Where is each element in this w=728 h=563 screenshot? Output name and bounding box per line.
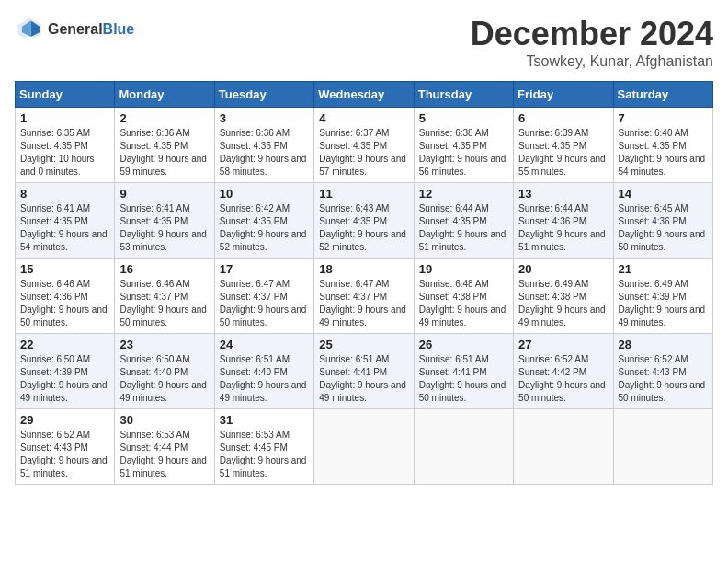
sunset-label: Sunset: 4:39 PM bbox=[20, 367, 88, 377]
calendar-day-header: Saturday bbox=[613, 82, 712, 108]
calendar-cell: 2 Sunrise: 6:36 AM Sunset: 4:35 PM Dayli… bbox=[115, 108, 214, 183]
day-number: 23 bbox=[119, 338, 209, 351]
calendar-body: 1 Sunrise: 6:35 AM Sunset: 4:35 PM Dayli… bbox=[16, 108, 713, 485]
sunrise-label: Sunrise: 6:50 AM bbox=[20, 354, 90, 364]
sunset-label: Sunset: 4:35 PM bbox=[220, 216, 288, 226]
sunrise-label: Sunrise: 6:46 AM bbox=[119, 279, 189, 289]
daylight-label: Daylight: 9 hours and 54 minutes. bbox=[20, 229, 108, 252]
day-info: Sunrise: 6:49 AM Sunset: 4:39 PM Dayligh… bbox=[619, 278, 708, 329]
day-number: 28 bbox=[619, 338, 708, 351]
day-info: Sunrise: 6:52 AM Sunset: 4:43 PM Dayligh… bbox=[619, 353, 708, 405]
day-number: 10 bbox=[220, 187, 309, 201]
calendar-cell: 13 Sunrise: 6:44 AM Sunset: 4:36 PM Dayl… bbox=[514, 183, 613, 259]
logo-text: GeneralBlue bbox=[48, 21, 134, 38]
sunrise-label: Sunrise: 6:53 AM bbox=[119, 430, 189, 440]
daylight-label: Daylight: 9 hours and 54 minutes. bbox=[619, 154, 706, 177]
calendar-cell: 5 Sunrise: 6:38 AM Sunset: 4:35 PM Dayli… bbox=[414, 108, 513, 183]
sunrise-label: Sunrise: 6:39 AM bbox=[518, 128, 588, 138]
month-title: December 2024 bbox=[471, 15, 713, 53]
sunrise-label: Sunrise: 6:46 AM bbox=[20, 279, 90, 289]
daylight-label: Daylight: 9 hours and 50 minutes. bbox=[518, 380, 606, 403]
day-number: 22 bbox=[20, 338, 109, 351]
sunrise-label: Sunrise: 6:43 AM bbox=[319, 203, 389, 213]
calendar-week-row: 15 Sunrise: 6:46 AM Sunset: 4:36 PM Dayl… bbox=[16, 259, 713, 334]
day-number: 18 bbox=[319, 262, 408, 276]
sunrise-label: Sunrise: 6:36 AM bbox=[119, 128, 189, 138]
daylight-label: Daylight: 9 hours and 50 minutes. bbox=[419, 380, 506, 403]
daylight-label: Daylight: 9 hours and 57 minutes. bbox=[319, 154, 406, 177]
calendar-cell: 7 Sunrise: 6:40 AM Sunset: 4:35 PM Dayli… bbox=[613, 108, 712, 183]
sunset-label: Sunset: 4:45 PM bbox=[220, 442, 288, 453]
day-info: Sunrise: 6:51 AM Sunset: 4:40 PM Dayligh… bbox=[220, 353, 309, 405]
calendar-day-header: Tuesday bbox=[214, 82, 313, 108]
daylight-label: Daylight: 9 hours and 51 minutes. bbox=[119, 455, 207, 478]
day-info: Sunrise: 6:44 AM Sunset: 4:36 PM Dayligh… bbox=[518, 202, 608, 254]
sunset-label: Sunset: 4:36 PM bbox=[619, 216, 687, 226]
sunrise-label: Sunrise: 6:45 AM bbox=[619, 203, 688, 213]
daylight-label: Daylight: 9 hours and 50 minutes. bbox=[619, 229, 706, 252]
calendar-cell bbox=[414, 409, 513, 485]
day-info: Sunrise: 6:50 AM Sunset: 4:40 PM Dayligh… bbox=[119, 353, 209, 405]
sunset-label: Sunset: 4:35 PM bbox=[119, 141, 188, 151]
calendar-cell: 18 Sunrise: 6:47 AM Sunset: 4:37 PM Dayl… bbox=[314, 259, 414, 334]
daylight-label: Daylight: 9 hours and 50 minutes. bbox=[119, 304, 207, 327]
day-info: Sunrise: 6:42 AM Sunset: 4:35 PM Dayligh… bbox=[220, 202, 309, 254]
daylight-label: Daylight: 9 hours and 49 minutes. bbox=[419, 304, 506, 327]
calendar-cell: 19 Sunrise: 6:48 AM Sunset: 4:38 PM Dayl… bbox=[414, 259, 513, 334]
sunrise-label: Sunrise: 6:47 AM bbox=[220, 279, 290, 289]
day-number: 7 bbox=[619, 111, 708, 125]
day-number: 9 bbox=[119, 187, 209, 201]
sunrise-label: Sunrise: 6:50 AM bbox=[119, 354, 189, 364]
sunrise-label: Sunrise: 6:38 AM bbox=[419, 128, 489, 138]
calendar-day-header: Sunday bbox=[16, 82, 115, 108]
day-info: Sunrise: 6:41 AM Sunset: 4:35 PM Dayligh… bbox=[119, 202, 209, 254]
day-info: Sunrise: 6:39 AM Sunset: 4:35 PM Dayligh… bbox=[518, 127, 608, 178]
day-info: Sunrise: 6:41 AM Sunset: 4:35 PM Dayligh… bbox=[20, 202, 109, 254]
sunset-label: Sunset: 4:35 PM bbox=[119, 216, 188, 226]
day-info: Sunrise: 6:40 AM Sunset: 4:35 PM Dayligh… bbox=[619, 127, 708, 178]
calendar-cell: 9 Sunrise: 6:41 AM Sunset: 4:35 PM Dayli… bbox=[115, 183, 214, 259]
calendar-week-row: 22 Sunrise: 6:50 AM Sunset: 4:39 PM Dayl… bbox=[16, 334, 713, 409]
day-number: 4 bbox=[319, 111, 408, 125]
day-number: 31 bbox=[220, 413, 309, 427]
day-number: 2 bbox=[119, 111, 209, 125]
sunset-label: Sunset: 4:39 PM bbox=[619, 292, 687, 302]
daylight-label: Daylight: 9 hours and 49 minutes. bbox=[619, 304, 706, 327]
day-info: Sunrise: 6:48 AM Sunset: 4:38 PM Dayligh… bbox=[419, 278, 508, 329]
daylight-label: Daylight: 9 hours and 51 minutes. bbox=[20, 455, 108, 478]
daylight-label: Daylight: 9 hours and 56 minutes. bbox=[419, 154, 506, 177]
day-info: Sunrise: 6:51 AM Sunset: 4:41 PM Dayligh… bbox=[319, 353, 408, 405]
sunset-label: Sunset: 4:42 PM bbox=[518, 367, 586, 377]
day-number: 14 bbox=[619, 187, 708, 201]
day-number: 19 bbox=[419, 262, 508, 276]
sunrise-label: Sunrise: 6:52 AM bbox=[619, 354, 688, 364]
calendar-cell: 25 Sunrise: 6:51 AM Sunset: 4:41 PM Dayl… bbox=[314, 334, 414, 409]
logo-general: General bbox=[48, 21, 103, 37]
day-number: 6 bbox=[518, 111, 608, 125]
calendar-week-row: 8 Sunrise: 6:41 AM Sunset: 4:35 PM Dayli… bbox=[16, 183, 713, 259]
day-number: 24 bbox=[220, 338, 309, 351]
logo: GeneralBlue bbox=[15, 15, 134, 44]
day-number: 3 bbox=[220, 111, 309, 125]
daylight-label: Daylight: 9 hours and 51 minutes. bbox=[220, 455, 307, 478]
daylight-label: Daylight: 9 hours and 50 minutes. bbox=[619, 380, 706, 403]
sunset-label: Sunset: 4:35 PM bbox=[419, 141, 487, 151]
sunset-label: Sunset: 4:35 PM bbox=[518, 141, 586, 151]
daylight-label: Daylight: 9 hours and 51 minutes. bbox=[518, 229, 606, 252]
calendar-day-header: Friday bbox=[514, 82, 613, 108]
day-number: 20 bbox=[518, 262, 608, 276]
sunset-label: Sunset: 4:35 PM bbox=[319, 141, 387, 151]
calendar-cell: 24 Sunrise: 6:51 AM Sunset: 4:40 PM Dayl… bbox=[214, 334, 313, 409]
day-info: Sunrise: 6:45 AM Sunset: 4:36 PM Dayligh… bbox=[619, 202, 708, 254]
calendar-cell: 10 Sunrise: 6:42 AM Sunset: 4:35 PM Dayl… bbox=[214, 183, 313, 259]
calendar-cell bbox=[514, 409, 613, 485]
calendar-week-row: 1 Sunrise: 6:35 AM Sunset: 4:35 PM Dayli… bbox=[16, 108, 713, 183]
sunrise-label: Sunrise: 6:51 AM bbox=[319, 354, 389, 364]
sunset-label: Sunset: 4:43 PM bbox=[20, 442, 88, 453]
daylight-label: Daylight: 9 hours and 55 minutes. bbox=[518, 154, 606, 177]
sunrise-label: Sunrise: 6:36 AM bbox=[220, 128, 290, 138]
sunset-label: Sunset: 4:35 PM bbox=[419, 216, 487, 226]
day-info: Sunrise: 6:38 AM Sunset: 4:35 PM Dayligh… bbox=[419, 127, 508, 178]
daylight-label: Daylight: 9 hours and 52 minutes. bbox=[319, 229, 406, 252]
day-info: Sunrise: 6:47 AM Sunset: 4:37 PM Dayligh… bbox=[220, 278, 309, 329]
